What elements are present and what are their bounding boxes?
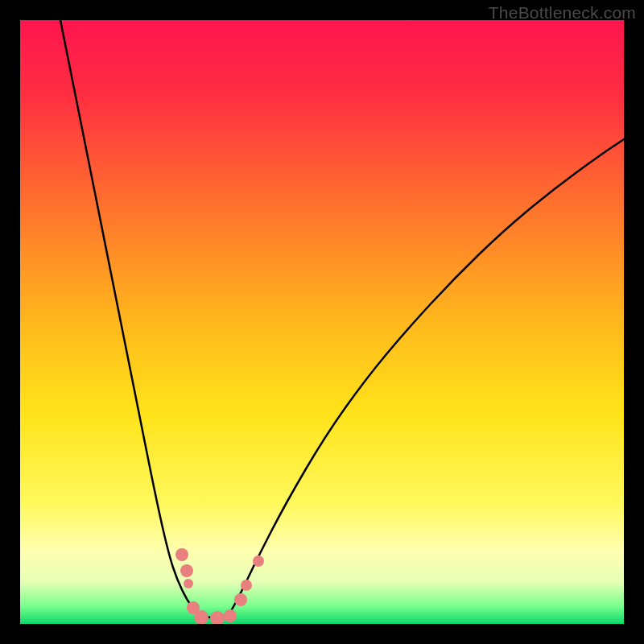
gradient-background <box>20 20 624 624</box>
data-marker <box>224 609 237 622</box>
data-marker <box>180 564 193 577</box>
data-marker <box>175 548 188 561</box>
chart-svg <box>20 20 624 624</box>
data-marker <box>241 580 252 591</box>
data-marker <box>253 555 264 567</box>
data-marker <box>234 593 247 606</box>
plot-area <box>20 20 624 624</box>
chart-frame: TheBottleneck.com <box>0 0 644 644</box>
data-marker <box>184 579 193 588</box>
